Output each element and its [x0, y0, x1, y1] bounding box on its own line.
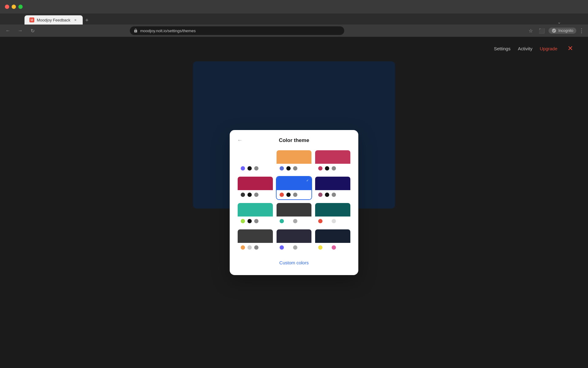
- theme-card-white[interactable]: [237, 150, 273, 174]
- theme-dot-2: [293, 166, 297, 171]
- theme-card-dark-teal[interactable]: [315, 202, 351, 226]
- theme-dot-1: [247, 193, 252, 197]
- theme-dot-2: [254, 166, 258, 171]
- addressbar: ← → ↻ moodjoy.nolt.io/settings/themes ☆ …: [0, 25, 588, 37]
- theme-dot-1: [325, 193, 329, 197]
- cast-button[interactable]: ⬛: [537, 26, 546, 35]
- theme-dot-1: [286, 219, 291, 223]
- theme-dot-0: [318, 219, 322, 223]
- theme-dot-2: [293, 219, 297, 223]
- theme-card-dark-purple[interactable]: [315, 176, 351, 200]
- theme-dot-0: [241, 219, 245, 223]
- theme-dot-2: [254, 219, 258, 223]
- theme-dot-1: [286, 245, 291, 250]
- activity-nav-link[interactable]: Activity: [518, 46, 533, 51]
- theme-dot-0: [241, 245, 245, 250]
- theme-dot-1: [286, 193, 291, 197]
- theme-dot-0: [318, 166, 322, 171]
- theme-card-rose[interactable]: [315, 150, 351, 174]
- theme-card-dark-navy-purple[interactable]: [276, 229, 312, 253]
- theme-dot-2: [293, 245, 297, 250]
- color-theme-modal: ← Color theme ✓ Custom colors: [230, 130, 358, 275]
- incognito-label: Incognito: [558, 29, 573, 33]
- active-tab[interactable]: M Moodjoy Feedback ✕: [24, 15, 83, 25]
- upgrade-nav-link[interactable]: Upgrade: [540, 46, 557, 51]
- traffic-light-green[interactable]: [18, 5, 23, 9]
- theme-dot-0: [241, 166, 245, 171]
- theme-dot-2: [332, 219, 336, 223]
- theme-dot-2: [332, 193, 336, 197]
- browser-chrome: M Moodjoy Feedback ✕ + ⌄ ← → ↻ moodjoy.n…: [0, 0, 588, 37]
- settings-nav-link[interactable]: Settings: [494, 46, 511, 51]
- modal-title: Color theme: [279, 137, 309, 144]
- modal-back-button[interactable]: ←: [237, 137, 243, 144]
- tab-favicon: M: [29, 17, 34, 22]
- tab-bar-end-chevron: ⌄: [555, 20, 564, 25]
- theme-dot-0: [318, 245, 322, 250]
- theme-dot-2: [254, 193, 258, 197]
- theme-card-charcoal-orange[interactable]: [237, 229, 273, 253]
- close-button[interactable]: ✕: [565, 43, 576, 54]
- theme-dot-0: [280, 166, 284, 171]
- forward-button[interactable]: →: [16, 26, 24, 35]
- refresh-button[interactable]: ↻: [28, 26, 37, 35]
- theme-dot-0: [280, 193, 284, 197]
- theme-dot-0: [318, 193, 322, 197]
- theme-dot-2: [332, 166, 336, 171]
- theme-dot-1: [247, 219, 252, 223]
- url-text: moodjoy.nolt.io/settings/themes: [140, 29, 196, 33]
- incognito-icon: [552, 28, 556, 33]
- modal-overlay: ← Color theme ✓ Custom colors: [0, 37, 588, 368]
- traffic-lights: [5, 5, 23, 9]
- theme-dot-1: [325, 245, 329, 250]
- tab-close-button[interactable]: ✕: [73, 17, 78, 22]
- top-nav: Settings Activity Upgrade ✕: [482, 37, 588, 60]
- theme-dot-1: [325, 166, 329, 171]
- theme-dot-0: [241, 193, 245, 197]
- traffic-light-red[interactable]: [5, 5, 9, 9]
- url-bar[interactable]: moodjoy.nolt.io/settings/themes: [130, 26, 344, 35]
- page-background: Settings Activity Upgrade ✕ ← Color them…: [0, 37, 588, 368]
- theme-card-navy-yellow[interactable]: [315, 229, 351, 253]
- theme-card-orange[interactable]: [276, 150, 312, 174]
- theme-card-blue[interactable]: ✓: [276, 176, 312, 200]
- theme-dot-2: [332, 245, 336, 250]
- theme-dot-1: [286, 166, 291, 171]
- theme-dot-1: [325, 219, 329, 223]
- theme-dot-0: [280, 219, 284, 223]
- back-button[interactable]: ←: [4, 26, 12, 35]
- theme-dot-2: [293, 193, 297, 197]
- modal-header: ← Color theme: [237, 137, 351, 144]
- selected-checkmark: ✓: [305, 178, 310, 183]
- tab-bar: M Moodjoy Feedback ✕ + ⌄: [0, 13, 588, 25]
- lock-icon: [134, 29, 138, 33]
- theme-card-teal[interactable]: [237, 202, 273, 226]
- browser-menu-button[interactable]: ⋮: [579, 27, 584, 34]
- bookmark-button[interactable]: ☆: [526, 26, 535, 35]
- theme-card-dark-gray[interactable]: [276, 202, 312, 226]
- titlebar: [0, 0, 588, 13]
- browser-actions: ☆ ⬛ Incognito ⋮: [526, 26, 584, 35]
- theme-dot-1: [247, 245, 252, 250]
- traffic-light-yellow[interactable]: [12, 5, 16, 9]
- incognito-badge: Incognito: [548, 28, 576, 34]
- theme-dot-1: [247, 166, 252, 171]
- custom-colors-button[interactable]: Custom colors: [237, 258, 351, 268]
- tab-title: Moodjoy Feedback: [37, 18, 70, 22]
- theme-dot-2: [254, 245, 258, 250]
- new-tab-button[interactable]: +: [83, 16, 91, 25]
- theme-card-crimson[interactable]: [237, 176, 273, 200]
- theme-grid: ✓: [237, 150, 351, 253]
- theme-dot-0: [280, 245, 284, 250]
